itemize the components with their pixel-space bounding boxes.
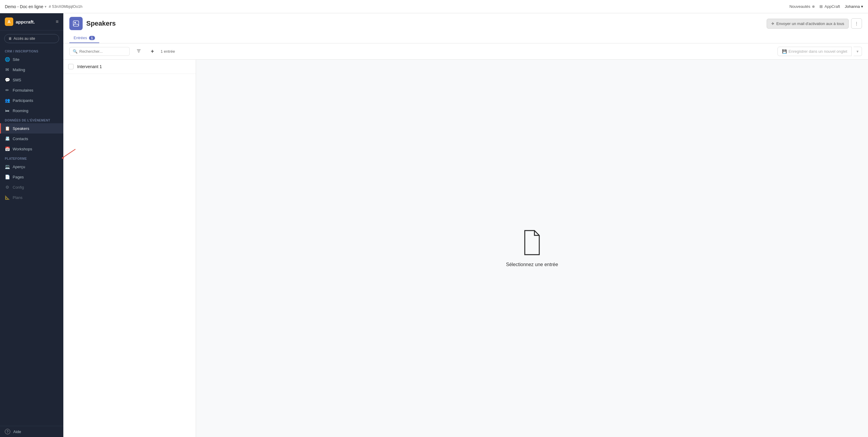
user-menu[interactable]: Johanna ▾	[845, 4, 863, 9]
project-name[interactable]: Demo - Doc en ligne ▾	[5, 4, 46, 9]
topbar-right: Nouveautés ⊞ AppCraft Johanna ▾	[789, 4, 863, 9]
more-actions-button[interactable]: ⋮	[851, 19, 862, 29]
sidebar-item-pages[interactable]: 📄 Pages	[0, 172, 63, 182]
sidebar-footer: ? Aide	[0, 426, 63, 437]
page-title-area: Speakers	[69, 17, 116, 30]
page-tabs: Entrées 1	[69, 33, 862, 43]
empty-doc-icon	[521, 229, 543, 257]
sidebar-item-plans[interactable]: 📐 Plans	[0, 192, 63, 203]
search-input[interactable]	[79, 49, 126, 54]
user-chevron-icon: ▾	[861, 4, 863, 9]
pencil-icon: ✏	[5, 88, 10, 93]
content-area: Intervenant 1 Sélectionnez une entrée	[63, 60, 868, 437]
page-title: Speakers	[86, 20, 116, 27]
list-panel: Intervenant 1	[63, 60, 196, 437]
section-crm: CRM / INSCRIPTIONS	[0, 47, 63, 54]
save-tab-arrow-button[interactable]: ▾	[854, 47, 862, 56]
list-item[interactable]: Intervenant 1	[63, 60, 196, 74]
calendar-icon: 📅	[5, 146, 10, 151]
pages-icon: 📄	[5, 174, 10, 179]
speakers-icon: 📋	[5, 126, 10, 131]
list-item-checkbox[interactable]	[68, 64, 73, 69]
search-icon: 🔍	[73, 49, 78, 54]
help-icon: ?	[5, 429, 10, 434]
sidebar-item-formulaires[interactable]: ✏ Formulaires	[0, 85, 63, 95]
access-site-button[interactable]: 🖥 Accès au site	[4, 34, 59, 43]
tab-entrees-badge: 1	[89, 36, 95, 40]
sidebar-item-apercu[interactable]: 💻 Aperçu	[0, 162, 63, 172]
sidebar-item-sms[interactable]: 💬 SMS	[0, 75, 63, 85]
sidebar-item-site[interactable]: 🌐 Site	[0, 54, 63, 65]
logo: A appcraft.	[5, 18, 35, 26]
config-icon: ⚙	[5, 185, 10, 190]
page-icon	[69, 17, 83, 30]
laptop-icon: 💻	[5, 164, 10, 169]
topbar: Demo - Doc en ligne ▾ # 53nX0MbjqlOo1h N…	[0, 0, 868, 13]
sidebar-item-contacts[interactable]: 📇 Contacts	[0, 134, 63, 144]
entries-count: 1 entrée	[161, 49, 175, 54]
svg-rect-0	[73, 21, 79, 26]
section-plateforme: PLATEFORME	[0, 154, 63, 162]
sms-icon: 💬	[5, 77, 10, 82]
sidebar: A appcraft. ≡ 🖥 Accès au site CRM / INSC…	[0, 13, 63, 437]
appcraft-brand[interactable]: ⊞ AppCraft	[819, 4, 840, 9]
globe-icon: 🌐	[5, 57, 10, 62]
detail-panel: Sélectionnez une entrée	[196, 60, 868, 437]
layout: A appcraft. ≡ 🖥 Accès au site CRM / INSC…	[0, 13, 868, 437]
sidebar-item-speakers[interactable]: 📋 Speakers	[0, 123, 63, 134]
page-header-top: Speakers ✈ Envoyer un mail d'activation …	[69, 17, 862, 33]
logo-icon: A	[5, 18, 13, 26]
hash-id: # 53nX0MbjqlOo1h	[49, 4, 83, 9]
send-activation-mail-button[interactable]: ✈ Envoyer un mail d'activation aux à tou…	[767, 19, 849, 29]
toolbar-right: 💾 Enregistrer dans un nouvel onglet ▾	[777, 47, 862, 56]
page-header-actions: ✈ Envoyer un mail d'activation aux à tou…	[767, 19, 862, 29]
monitor-icon: 🖥	[8, 36, 12, 41]
save-tab-button: 💾 Enregistrer dans un nouvel onglet	[777, 47, 852, 56]
send-icon: ✈	[771, 22, 775, 26]
sidebar-item-config[interactable]: ⚙ Config	[0, 182, 63, 192]
plans-icon: 📐	[5, 195, 10, 200]
svg-point-1	[74, 22, 76, 24]
user-label: Johanna	[845, 4, 860, 9]
mail-icon: ✉	[5, 67, 10, 72]
nouveautes-section[interactable]: Nouveautés	[789, 4, 814, 9]
sidebar-item-aide[interactable]: ? Aide	[0, 426, 63, 437]
page-header: Speakers ✈ Envoyer un mail d'activation …	[63, 13, 868, 43]
empty-message: Sélectionnez une entrée	[506, 262, 558, 267]
section-event-data: DONNÉES DE L'ÉVÉNEMENT	[0, 116, 63, 123]
sidebar-item-workshops[interactable]: 📅 Workshops	[0, 144, 63, 154]
toolbar: 🔍 + 1 entrée 💾 Enregistrer dans un nouve…	[63, 43, 868, 60]
logo-name: appcraft.	[16, 19, 35, 25]
add-entry-button[interactable]: +	[148, 46, 157, 56]
list-item-name: Intervenant 1	[77, 64, 102, 69]
appcraft-label: AppCraft	[825, 4, 840, 9]
sidebar-item-mailing[interactable]: ✉ Mailing	[0, 65, 63, 75]
main: Speakers ✈ Envoyer un mail d'activation …	[63, 13, 868, 437]
search-box[interactable]: 🔍	[69, 47, 130, 56]
filter-button[interactable]	[133, 47, 144, 56]
tab-entrees[interactable]: Entrées 1	[69, 33, 99, 43]
hamburger-icon[interactable]: ≡	[56, 19, 59, 25]
sidebar-item-participants[interactable]: 👥 Participants	[0, 95, 63, 105]
bed-icon: 🛏	[5, 108, 10, 113]
nouveautes-dot-icon	[812, 5, 815, 8]
nouveautes-label: Nouveautés	[789, 4, 810, 9]
contacts-icon: 📇	[5, 136, 10, 141]
sidebar-item-rooming[interactable]: 🛏 Rooming	[0, 105, 63, 116]
save-icon: 💾	[782, 49, 787, 54]
topbar-left: Demo - Doc en ligne ▾ # 53nX0MbjqlOo1h	[5, 4, 82, 9]
users-icon: 👥	[5, 98, 10, 103]
sidebar-logo: A appcraft. ≡	[0, 13, 63, 30]
project-chevron-icon: ▾	[44, 4, 46, 9]
